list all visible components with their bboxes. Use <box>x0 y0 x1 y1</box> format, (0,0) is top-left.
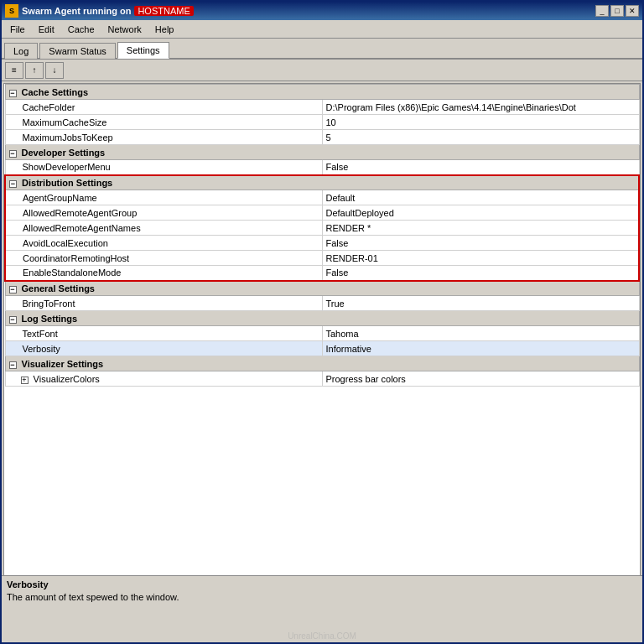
group-distribution-settings: − Distribution Settings <box>5 175 639 190</box>
table-row: Verbosity Informative <box>5 341 639 356</box>
main-window: S Swarm Agent running on HOSTNAME _ □ ✕ … <box>0 0 644 644</box>
cache-expand-icon[interactable]: − <box>9 90 17 97</box>
title-bar: S Swarm Agent running on HOSTNAME _ □ ✕ <box>2 2 642 20</box>
prop-name-visualizercolors: + VisualizerColors <box>5 371 322 387</box>
title-hostname: HOSTNAME <box>134 6 193 16</box>
title-bar-buttons: _ □ ✕ <box>595 5 639 17</box>
cache-group-label: Cache Settings <box>22 87 88 97</box>
prop-value-enablestandalone[interactable]: False <box>322 266 639 281</box>
prop-value-verbosity[interactable]: Informative <box>322 341 639 356</box>
tab-log[interactable]: Log <box>4 43 38 59</box>
toolbar-btn-down[interactable]: ↓ <box>45 62 64 79</box>
prop-value-bringtofront[interactable]: True <box>322 296 639 311</box>
minimize-button[interactable]: _ <box>595 5 609 17</box>
menu-help[interactable]: Help <box>148 21 181 38</box>
log-group-label: Log Settings <box>22 314 78 324</box>
table-row: AllowedRemoteAgentNames RENDER * <box>5 221 639 236</box>
prop-name-verbosity: Verbosity <box>5 341 322 356</box>
prop-name-maxjobstokeep: MaximumJobsToKeep <box>5 130 322 145</box>
toolbar: ≡ ↑ ↓ <box>2 60 642 81</box>
dev-group-label: Developer Settings <box>22 148 106 158</box>
menu-edit[interactable]: Edit <box>32 21 61 38</box>
menu-network[interactable]: Network <box>101 21 148 38</box>
title-prefix: Swarm Agent running on <box>22 6 131 16</box>
content-area: − Cache Settings CacheFolder D:\Program … <box>2 81 642 578</box>
toolbar-btn-list[interactable]: ≡ <box>5 62 23 79</box>
group-visualizer-settings: − Visualizer Settings <box>5 356 639 371</box>
prop-name-enablestandalone: EnableStandaloneMode <box>5 266 322 281</box>
prop-name-coordinator: CoordinatorRemotingHost <box>5 251 322 266</box>
prop-name-cachefolder: CacheFolder <box>5 100 322 115</box>
menu-file[interactable]: File <box>3 21 32 38</box>
visualizer-colors-label: VisualizerColors <box>34 374 100 384</box>
visualizer-group-label: Visualizer Settings <box>22 359 104 369</box>
prop-value-visualizercolors[interactable]: Progress bar colors <box>322 371 639 387</box>
prop-name-agentgroupname: AgentGroupName <box>5 190 322 205</box>
table-row: AvoidLocalExecution False <box>5 236 639 251</box>
visualizer-expand-icon[interactable]: − <box>9 361 17 369</box>
group-log-settings: − Log Settings <box>5 311 639 326</box>
prop-name-textfont: TextFont <box>5 326 322 341</box>
table-row: BringToFront True <box>5 296 639 311</box>
prop-name-bringtofront: BringToFront <box>5 296 322 311</box>
prop-value-textfont[interactable]: Tahoma <box>322 326 639 341</box>
prop-value-maxjobstokeep[interactable]: 5 <box>322 130 639 145</box>
general-group-label: General Settings <box>22 283 95 293</box>
dev-expand-icon[interactable]: − <box>9 150 17 158</box>
prop-value-agentgroupname[interactable]: Default <box>322 190 639 205</box>
title-bar-left: S Swarm Agent running on HOSTNAME <box>5 4 194 18</box>
status-bar: Verbosity The amount of text spewed to t… <box>2 575 642 642</box>
table-row: MaximumCacheSize 10 <box>5 115 639 130</box>
prop-name-allowedremotenames: AllowedRemoteAgentNames <box>5 221 322 236</box>
tab-settings[interactable]: Settings <box>117 42 169 59</box>
dist-expand-icon[interactable]: − <box>9 180 17 188</box>
watermark: UnrealChina.COM <box>288 631 356 641</box>
visualizer-colors-expand-icon[interactable]: + <box>21 377 29 384</box>
maximize-button[interactable]: □ <box>610 5 624 17</box>
menu-cache[interactable]: Cache <box>61 21 101 38</box>
tab-swarm-status[interactable]: Swarm Status <box>39 43 115 59</box>
menu-bar: File Edit Cache Network Help <box>2 20 642 39</box>
property-grid: − Cache Settings CacheFolder D:\Program … <box>4 84 640 387</box>
prop-name-avoidlocal: AvoidLocalExecution <box>5 236 322 251</box>
close-button[interactable]: ✕ <box>626 5 639 17</box>
prop-value-coordinator[interactable]: RENDER-01 <box>322 251 639 266</box>
table-row: ShowDeveloperMenu False <box>5 160 639 175</box>
toolbar-btn-up[interactable]: ↑ <box>25 62 44 79</box>
app-icon: S <box>5 4 18 18</box>
prop-name-showdevmenu: ShowDeveloperMenu <box>5 160 322 175</box>
tab-bar: Log Swarm Status Settings <box>2 39 642 60</box>
status-description: The amount of text spewed to the window. <box>7 592 637 602</box>
log-expand-icon[interactable]: − <box>9 316 17 324</box>
table-row: TextFont Tahoma <box>5 326 639 341</box>
table-row: MaximumJobsToKeep 5 <box>5 130 639 145</box>
dist-group-label: Distribution Settings <box>22 178 112 188</box>
general-expand-icon[interactable]: − <box>9 286 17 293</box>
settings-panel: − Cache Settings CacheFolder D:\Program … <box>3 83 641 576</box>
group-general-settings: − General Settings <box>5 281 639 296</box>
prop-value-avoidlocal[interactable]: False <box>322 236 639 251</box>
prop-value-maxcachesize[interactable]: 10 <box>322 115 639 130</box>
table-row: CacheFolder D:\Program Files (x86)\Epic … <box>5 100 639 115</box>
prop-value-showdevmenu[interactable]: False <box>322 160 639 175</box>
table-row: EnableStandaloneMode False <box>5 266 639 281</box>
table-row: + VisualizerColors Progress bar colors <box>5 371 639 387</box>
prop-name-maxcachesize: MaximumCacheSize <box>5 115 322 130</box>
prop-value-allowedremotegroup[interactable]: DefaultDeployed <box>322 205 639 221</box>
status-title: Verbosity <box>7 579 637 589</box>
group-cache-settings: − Cache Settings <box>5 85 639 100</box>
table-row: AllowedRemoteAgentGroup DefaultDeployed <box>5 205 639 221</box>
prop-value-allowedremotenames[interactable]: RENDER * <box>322 221 639 236</box>
group-developer-settings: − Developer Settings <box>5 145 639 160</box>
table-row: CoordinatorRemotingHost RENDER-01 <box>5 251 639 266</box>
prop-value-cachefolder[interactable]: D:\Program Files (x86)\Epic Games\4.14\E… <box>322 100 639 115</box>
table-row: AgentGroupName Default <box>5 190 639 205</box>
prop-name-allowedremotegroup: AllowedRemoteAgentGroup <box>5 205 322 221</box>
